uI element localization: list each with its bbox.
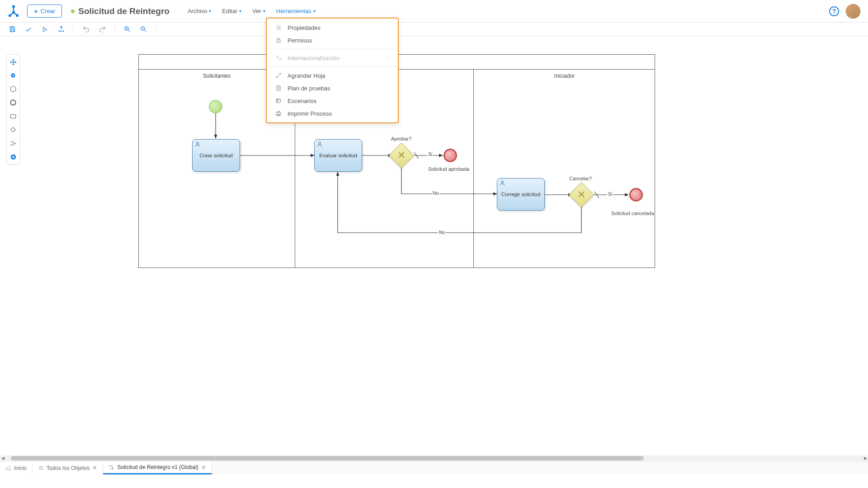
zoom-in-icon[interactable] bbox=[123, 25, 131, 33]
bpmn-gateway-cancelar[interactable]: ✕ bbox=[572, 186, 590, 204]
menu-ver[interactable]: Ver▾ bbox=[252, 8, 265, 14]
dd-permisos[interactable]: Permisos bbox=[267, 34, 398, 47]
user-icon bbox=[499, 180, 505, 186]
flow-label-si: Si bbox=[427, 151, 433, 157]
flow-label-no: No bbox=[438, 230, 446, 235]
flow-label-no: No bbox=[432, 190, 439, 196]
menu-herramientas[interactable]: Herramientas▾ bbox=[276, 8, 316, 14]
list-icon bbox=[38, 465, 44, 471]
workspace: Solicitud de Reintegro Solicitantes Auto… bbox=[0, 36, 868, 474]
svg-rect-7 bbox=[276, 99, 280, 103]
dd-internacionalizacion: Internacionalización › bbox=[267, 52, 398, 64]
tab-inicio[interactable]: Inicio bbox=[0, 461, 33, 474]
user-avatar[interactable] bbox=[845, 4, 861, 19]
create-button[interactable]: + Crear bbox=[27, 5, 62, 18]
page-title: Solicitud de Reintegro bbox=[78, 6, 170, 16]
tab-todos-objetos[interactable]: Todos los Objetos ✕ bbox=[33, 461, 103, 474]
redo-icon[interactable] bbox=[98, 25, 106, 33]
menu-archivo[interactable]: Archivo▾ bbox=[188, 8, 211, 14]
toolbar-separator bbox=[73, 25, 74, 33]
lane-header-iniciador: Iniciador bbox=[473, 69, 656, 84]
svg-point-22 bbox=[110, 465, 111, 466]
user-icon bbox=[194, 141, 201, 147]
toolbar-separator bbox=[114, 25, 115, 33]
bpmn-gateway-aprobar[interactable]: ✕ bbox=[392, 146, 410, 164]
svg-point-20 bbox=[319, 142, 321, 144]
close-icon[interactable]: ✕ bbox=[201, 464, 206, 471]
bpmn-start-event[interactable] bbox=[209, 100, 222, 113]
chevron-down-icon: ▾ bbox=[313, 9, 316, 14]
play-icon[interactable] bbox=[41, 25, 49, 33]
undo-icon[interactable] bbox=[82, 25, 90, 33]
home-icon bbox=[5, 465, 11, 471]
action-toolbar bbox=[0, 23, 868, 36]
canvas-scroll[interactable]: Solicitud de Reintegro Solicitantes Auto… bbox=[0, 36, 868, 474]
expand-icon bbox=[275, 72, 282, 79]
list-icon bbox=[275, 97, 282, 104]
gateway-label: Aprobar? bbox=[391, 136, 411, 141]
svg-point-1 bbox=[9, 14, 11, 16]
app-logo-icon[interactable] bbox=[7, 5, 20, 18]
scroll-right-icon[interactable]: ▶ bbox=[863, 456, 868, 460]
chevron-down-icon: ▾ bbox=[239, 9, 241, 14]
chevron-down-icon: ▾ bbox=[263, 9, 265, 14]
dd-imprimir[interactable]: Imprimir Proceso bbox=[267, 107, 398, 120]
lane-separator bbox=[473, 69, 474, 267]
bpmn-end-event-cancelada[interactable] bbox=[629, 188, 643, 202]
translate-icon bbox=[275, 54, 282, 61]
svg-point-2 bbox=[16, 14, 18, 16]
save-icon[interactable] bbox=[8, 25, 16, 33]
end-event-label: Solicitud cancelada bbox=[611, 211, 654, 216]
svg-rect-5 bbox=[277, 40, 280, 42]
dd-escenarios[interactable]: Escenarios bbox=[267, 94, 398, 107]
status-dot-icon bbox=[71, 9, 75, 13]
svg-point-3 bbox=[13, 11, 14, 13]
check-icon[interactable] bbox=[24, 25, 33, 33]
svg-rect-6 bbox=[277, 86, 280, 90]
close-icon[interactable]: ✕ bbox=[92, 465, 97, 471]
tab-solicitud-reintegro[interactable]: Solicitud de Reintegro v1 (Global) ✕ bbox=[103, 461, 212, 474]
herramientas-dropdown: Propiedades Permisos Internacionalizació… bbox=[266, 18, 399, 123]
scroll-left-icon[interactable]: ◀ bbox=[0, 456, 5, 460]
toolbar-separator bbox=[156, 25, 156, 33]
bpmn-end-event-aprobada[interactable] bbox=[443, 149, 457, 162]
zoom-out-icon[interactable] bbox=[139, 25, 147, 33]
plus-icon: + bbox=[34, 8, 38, 14]
bpmn-task-evaluar[interactable]: Evaluar solicitud bbox=[314, 139, 362, 172]
chevron-down-icon: ▾ bbox=[209, 9, 211, 14]
gateway-label: Cancelar? bbox=[569, 176, 592, 181]
end-event-label: Solicitud aprobada bbox=[428, 166, 469, 172]
menu-editar[interactable]: Editar▾ bbox=[222, 8, 241, 14]
create-button-label: Crear bbox=[41, 8, 56, 14]
horizontal-scrollbar[interactable]: ◀ ▶ bbox=[0, 455, 868, 461]
svg-point-4 bbox=[278, 27, 279, 28]
lock-icon bbox=[275, 37, 282, 44]
process-icon bbox=[108, 465, 114, 470]
dd-propiedades[interactable]: Propiedades bbox=[267, 21, 398, 34]
dropdown-separator bbox=[267, 66, 398, 67]
help-icon[interactable]: ? bbox=[829, 6, 839, 16]
svg-point-19 bbox=[197, 142, 199, 144]
chevron-right-icon: › bbox=[388, 55, 390, 61]
bpmn-task-corregir[interactable]: Corregir solicitud bbox=[497, 178, 545, 211]
bottom-tab-bar: Inicio Todos los Objetos ✕ Solicitud de … bbox=[0, 461, 868, 474]
export-icon[interactable] bbox=[57, 25, 65, 33]
flow-label-si: Si bbox=[607, 191, 613, 197]
top-bar: + Crear Solicitud de Reintegro Archivo▾ … bbox=[0, 0, 868, 23]
svg-point-21 bbox=[501, 181, 504, 183]
dd-plan-pruebas[interactable]: Plan de pruebas bbox=[267, 82, 398, 94]
print-icon bbox=[275, 110, 282, 117]
user-icon bbox=[316, 141, 323, 147]
clipboard-icon bbox=[275, 84, 282, 92]
dropdown-separator bbox=[267, 49, 398, 49]
diagram-canvas[interactable]: Solicitud de Reintegro Solicitantes Auto… bbox=[108, 36, 760, 352]
svg-point-0 bbox=[13, 5, 14, 7]
dd-agrandar-hoja[interactable]: Agrandar Hoja bbox=[267, 69, 398, 82]
main-menu: Archivo▾ Editar▾ Ver▾ Herramientas▾ bbox=[188, 8, 316, 14]
bpmn-task-crear[interactable]: Crear solicitud bbox=[192, 139, 240, 172]
title-block: Solicitud de Reintegro bbox=[71, 6, 170, 16]
scroll-thumb[interactable] bbox=[11, 456, 644, 460]
gear-icon bbox=[275, 24, 282, 31]
